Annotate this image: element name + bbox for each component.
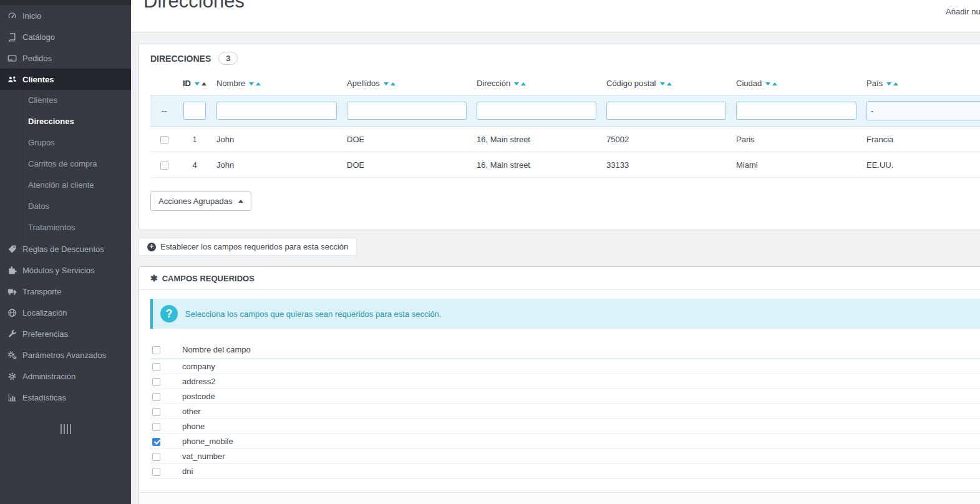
addresses-count-badge: 3 [218, 52, 238, 65]
field-checkbox-cell [150, 374, 180, 389]
sidebar-subitem-grupos[interactable]: Grupos [22, 132, 131, 153]
filter-cell-ciudad [731, 95, 861, 127]
sidebar-subitem-datos[interactable]: Datos [22, 196, 131, 217]
sidebar-item-inicio[interactable]: Inicio [0, 5, 131, 26]
sort-desc-icon[interactable] [384, 82, 389, 85]
set-required-fields-button[interactable]: + Establecer los campos requeridos para … [138, 238, 357, 256]
cell-ciudad: Miami [731, 152, 861, 178]
field-checkbox[interactable] [152, 453, 160, 461]
field-checkbox-cell [150, 419, 180, 434]
field-checkbox[interactable] [152, 393, 160, 401]
field-row[interactable]: company [150, 359, 980, 374]
filter-input-nombre[interactable] [216, 102, 337, 120]
column-header-pais[interactable]: País [861, 74, 980, 95]
column-header-direccion[interactable]: Dirección [472, 74, 601, 95]
sort-asc-icon[interactable] [391, 82, 395, 85]
sort-asc-icon[interactable] [893, 82, 898, 85]
asterisk-icon: ✱ [150, 273, 158, 283]
column-header-codigo-postal[interactable]: Código postal [601, 74, 731, 95]
sidebar-item-preferencias[interactable]: Preferencias [0, 323, 131, 344]
sort-desc-icon[interactable] [195, 82, 200, 85]
required-fields-header-row: Nombre del campo [150, 341, 980, 359]
sidebar-item-modulos-y-servicios[interactable]: Módulos y Servicios [0, 259, 131, 281]
field-name: vat_number [180, 448, 980, 463]
administration-icon [5, 372, 19, 381]
sort-asc-icon[interactable] [521, 82, 526, 85]
field-row[interactable]: address2 [150, 374, 980, 389]
sort-asc-icon[interactable] [256, 82, 261, 85]
field-checkbox[interactable] [152, 378, 160, 386]
sort-desc-icon[interactable] [660, 82, 665, 85]
sidebar-item-localizacion[interactable]: Localización [0, 302, 131, 323]
sidebar-item-administracion[interactable]: Administración [0, 366, 131, 387]
column-label: ID [183, 79, 191, 88]
cell-pais: Francia [861, 127, 980, 152]
row-checkbox[interactable] [160, 162, 168, 170]
advanced-params-icon [5, 351, 19, 360]
sidebar-item-label: Administración [22, 372, 75, 381]
sidebar-subitem-tratamientos[interactable]: Tratamientos [22, 217, 131, 238]
filter-input-ciudad[interactable] [736, 102, 856, 120]
info-alert: ? Selecciona los campos que quieras sean… [150, 299, 980, 329]
sidebar-item-label: Catálogo [22, 32, 55, 42]
sidebar-item-catalogo[interactable]: Catálogo [0, 26, 131, 47]
column-label: Ciudad [736, 79, 762, 88]
sidebar-subitem-atencion-al-cliente[interactable]: Atención al cliente [22, 175, 131, 196]
field-row[interactable]: dni [150, 463, 980, 478]
sidebar-item-estadisticas[interactable]: Estadísticas [0, 387, 131, 408]
sidebar-subitem-direcciones[interactable]: Direcciones [22, 111, 131, 132]
filter-input-id[interactable] [183, 102, 206, 120]
filter-row: --- [150, 95, 980, 127]
row-checkbox[interactable] [160, 136, 168, 144]
select-all-checkbox[interactable] [152, 346, 160, 354]
field-checkbox[interactable] [152, 423, 160, 431]
cell-id: 1 [178, 127, 211, 152]
table-row[interactable]: 4JohnDOE16, Main street33133MiamiEE.UU. [150, 152, 980, 178]
sidebar-item-pedidos[interactable]: Pedidos [0, 47, 131, 69]
sort-asc-icon[interactable] [772, 82, 777, 85]
required-fields-panel-header: ✱ CAMPOS REQUERIDOS [139, 267, 980, 290]
field-checkbox[interactable] [152, 438, 160, 446]
sidebar-subitem-carritos-de-compra[interactable]: Carritos de compra [22, 153, 131, 175]
bulk-actions-button[interactable]: Acciones Agrupadas [150, 191, 251, 211]
field-row[interactable]: phone_mobile [150, 434, 980, 448]
column-header-ciudad[interactable]: Ciudad [731, 74, 861, 95]
sidebar-top-shadow [0, 0, 131, 5]
field-row[interactable]: phone [150, 419, 980, 434]
filter-cell-codigo-postal [601, 95, 731, 127]
required-fields-panel-footer [139, 492, 980, 504]
sidebar-item-reglas-de-descuentos[interactable]: Reglas de Descuentos [0, 238, 131, 259]
sidebar-item-transporte[interactable]: Transporte [0, 281, 131, 302]
sidebar-item-label: Reglas de Descuentos [22, 245, 104, 254]
field-checkbox-cell [150, 434, 180, 448]
sort-desc-icon[interactable] [765, 82, 770, 85]
sort-asc-icon[interactable] [667, 82, 672, 85]
column-header-nombre[interactable]: Nombre [211, 74, 342, 95]
sort-asc-icon[interactable] [201, 82, 206, 85]
column-header-apellidos[interactable]: Apellidos [342, 74, 472, 95]
field-row[interactable]: other [150, 404, 980, 419]
filter-input-codigo-postal[interactable] [606, 102, 726, 120]
row-select-cell [150, 127, 178, 152]
field-checkbox[interactable] [152, 408, 160, 416]
filter-input-apellidos[interactable] [347, 102, 467, 120]
sidebar-item-parametros-avanzados[interactable]: Parámetros Avanzados [0, 344, 131, 366]
table-row[interactable]: 1JohnDOE16, Main street75002ParisFrancia [150, 127, 980, 152]
field-row[interactable]: postcode [150, 389, 980, 404]
field-checkbox[interactable] [152, 468, 160, 476]
field-checkbox-cell [150, 389, 180, 404]
sidebar-collapse-button[interactable] [0, 423, 131, 434]
cell-pais: EE.UU. [861, 152, 980, 178]
add-new-address-button[interactable]: Añadir nu [946, 7, 980, 16]
sidebar-subitem-clientes[interactable]: Clientes [22, 90, 131, 111]
cell-nombre: John [211, 152, 342, 178]
field-row[interactable]: vat_number [150, 448, 980, 463]
column-header-id[interactable]: ID [178, 74, 211, 95]
filter-input-direccion[interactable] [477, 102, 596, 120]
sort-desc-icon[interactable] [249, 82, 254, 85]
filter-select-pais[interactable]: - [866, 101, 980, 120]
field-checkbox[interactable] [152, 363, 160, 371]
sidebar-item-clientes[interactable]: Clientes [0, 69, 131, 90]
sort-desc-icon[interactable] [886, 82, 891, 85]
sort-desc-icon[interactable] [514, 82, 519, 85]
